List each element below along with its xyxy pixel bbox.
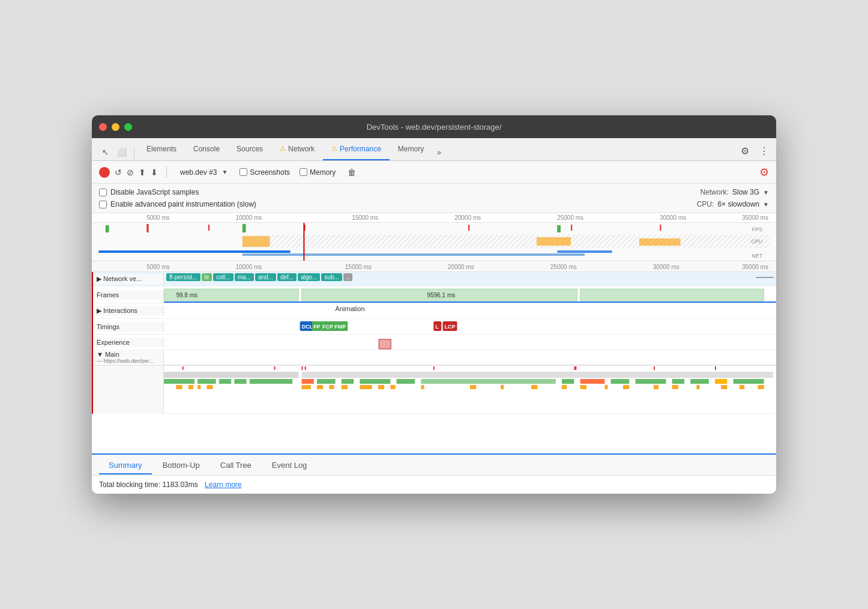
chip-ma[interactable]: ma...: [235, 273, 254, 281]
experience-content: [164, 335, 776, 350]
ruler-30000: 30000 ms: [660, 214, 686, 221]
session-dropdown-arrow[interactable]: ▼: [222, 169, 228, 175]
svg-rect-101: [740, 385, 744, 389]
minimize-button[interactable]: [112, 123, 119, 131]
interactions-label[interactable]: ▶ Interactions: [92, 306, 164, 316]
interactions-content: Animation: [164, 303, 776, 318]
traffic-lights: [99, 123, 132, 131]
more-tabs-button[interactable]: »: [432, 145, 446, 160]
svg-rect-70: [562, 379, 574, 384]
flame-chart-content[interactable]: [164, 366, 776, 414]
svg-rect-81: [206, 385, 212, 389]
flame-chart-label: [92, 366, 164, 414]
svg-rect-63: [250, 379, 292, 384]
ruler-5000: 5000 ms: [146, 214, 169, 221]
svg-rect-96: [623, 385, 629, 389]
svg-rect-77: [734, 379, 764, 384]
overview-chart[interactable]: FPS CPU: [92, 223, 776, 261]
screenshots-checkbox[interactable]: [240, 168, 247, 176]
settings-icon[interactable]: ⚙: [738, 144, 752, 158]
chip-ff-persist[interactable]: ff-persist...: [166, 273, 200, 281]
svg-rect-59: [164, 379, 194, 384]
svg-rect-53: [433, 366, 435, 370]
chip-sub[interactable]: sub...: [321, 273, 342, 281]
reload-icon[interactable]: ↺: [115, 168, 122, 177]
advanced-paint-checkbox[interactable]: [99, 201, 107, 208]
chip-algo[interactable]: algo...: [298, 273, 320, 281]
memory-checkbox[interactable]: [300, 168, 307, 176]
tab-console[interactable]: Console: [185, 138, 228, 160]
main-thread-row: ▼ Main — https://web.dev/per...: [92, 350, 776, 366]
maximize-button[interactable]: [124, 123, 132, 131]
record-button[interactable]: [99, 167, 110, 178]
svg-rect-58: [302, 372, 773, 378]
session-selector[interactable]: web.dev #3: [180, 168, 217, 177]
bottom-tabs: Summary Bottom-Up Call Tree Event Log: [92, 453, 776, 475]
frames-label: Frames: [92, 290, 164, 300]
tab-performance[interactable]: ⚠ Performance: [323, 138, 390, 160]
tab-summary[interactable]: Summary: [99, 457, 152, 474]
disable-js-checkbox[interactable]: [99, 189, 107, 196]
network-row-content: ff-persist... le coll... ma... and... de…: [164, 272, 776, 286]
svg-text:CPU: CPU: [751, 238, 762, 244]
chip-le[interactable]: le: [202, 273, 212, 281]
tab-memory[interactable]: Memory: [390, 138, 432, 160]
trash-icon[interactable]: 🗑: [348, 168, 356, 177]
chip-def[interactable]: def...: [277, 273, 297, 281]
more-options-icon[interactable]: ⋮: [757, 144, 771, 158]
main-ruler: 5000 ms 10000 ms 15000 ms 20000 ms 25000…: [92, 261, 776, 272]
cpu-throttle-arrow[interactable]: ▼: [763, 201, 769, 208]
tab-elements[interactable]: Elements: [138, 138, 185, 160]
svg-rect-71: [580, 379, 605, 384]
chip-and[interactable]: and...: [255, 273, 276, 281]
network-row-label[interactable]: ▶ Network ve...: [92, 274, 164, 284]
svg-rect-35: [580, 289, 764, 301]
divider: [134, 148, 134, 160]
timeline-overview[interactable]: 5000 ms 10000 ms 15000 ms 20000 ms 25000…: [92, 213, 776, 261]
learn-more-link[interactable]: Learn more: [205, 480, 241, 489]
chip-dots[interactable]: ..: [343, 273, 353, 281]
flame-chart-row[interactable]: [92, 366, 776, 414]
svg-rect-86: [360, 385, 372, 389]
tab-actions: ⚙ ⋮: [738, 144, 771, 160]
device-icon[interactable]: ⬜: [113, 144, 130, 160]
svg-rect-90: [470, 385, 476, 389]
chip-coll[interactable]: coll...: [213, 273, 233, 281]
svg-text:FPS: FPS: [752, 226, 763, 232]
svg-rect-15: [537, 237, 571, 246]
svg-text:10000 ms: 10000 ms: [235, 264, 262, 270]
svg-rect-88: [390, 385, 395, 389]
tab-bottom-up[interactable]: Bottom-Up: [153, 457, 209, 474]
tab-event-log[interactable]: Event Log: [262, 457, 317, 474]
svg-rect-52: [305, 366, 306, 370]
svg-rect-76: [715, 379, 727, 384]
tab-call-tree[interactable]: Call Tree: [211, 457, 261, 474]
upload-icon[interactable]: ⬆: [139, 168, 146, 177]
timings-label: Timings: [92, 322, 164, 332]
stop-icon[interactable]: ⊘: [127, 168, 134, 177]
performance-settings-icon[interactable]: ⚙: [759, 166, 769, 179]
svg-rect-79: [188, 385, 193, 389]
tab-network[interactable]: ⚠ Network: [271, 138, 323, 160]
svg-rect-62: [234, 379, 246, 384]
network-warning-icon: ⚠: [280, 145, 286, 153]
download-icon[interactable]: ⬇: [151, 168, 158, 177]
animation-text: Animation: [336, 305, 365, 312]
tab-sources[interactable]: Sources: [228, 138, 271, 160]
svg-text:15000 ms: 15000 ms: [345, 264, 372, 270]
recording-options: Screenshots Memory 🗑: [240, 168, 356, 177]
frames-content[interactable]: 99.8 ms 9596.1 ms: [164, 286, 776, 303]
tab-bar: ↖ ⬜ Elements Console Sources ⚠ Network ⚠…: [92, 138, 776, 161]
network-throttle-arrow[interactable]: ▼: [763, 189, 769, 196]
svg-rect-51: [302, 366, 303, 370]
svg-rect-19: [98, 250, 290, 253]
svg-rect-56: [715, 366, 716, 370]
cursor-icon[interactable]: ↖: [97, 144, 113, 160]
interactions-row: ▶ Interactions Animation: [92, 303, 776, 319]
timeline-rows: ▶ Network ve... ff-persist... le coll...…: [92, 272, 776, 414]
ruler-25000: 25000 ms: [557, 214, 583, 221]
divider2: [166, 166, 167, 178]
svg-rect-100: [721, 385, 727, 389]
svg-rect-13: [243, 235, 770, 248]
close-button[interactable]: [99, 123, 107, 131]
